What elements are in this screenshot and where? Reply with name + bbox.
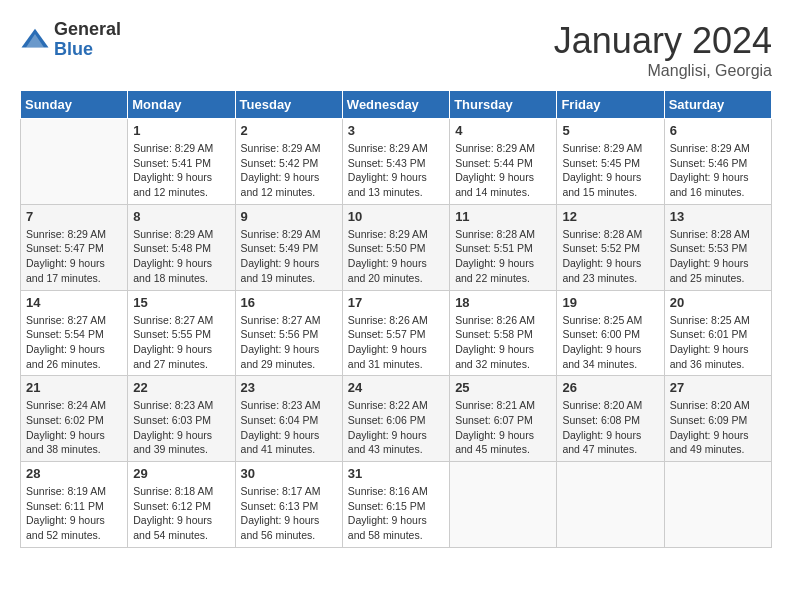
- day-info: Sunrise: 8:17 AMSunset: 6:13 PMDaylight:…: [241, 484, 337, 543]
- day-number: 30: [241, 466, 337, 481]
- logo-blue-text: Blue: [54, 40, 121, 60]
- header-day: Sunday: [21, 91, 128, 119]
- calendar-cell: [664, 462, 771, 548]
- day-number: 5: [562, 123, 658, 138]
- calendar-cell: 3Sunrise: 8:29 AMSunset: 5:43 PMDaylight…: [342, 119, 449, 205]
- day-info: Sunrise: 8:28 AMSunset: 5:52 PMDaylight:…: [562, 227, 658, 286]
- day-number: 6: [670, 123, 766, 138]
- day-number: 23: [241, 380, 337, 395]
- day-number: 24: [348, 380, 444, 395]
- day-number: 12: [562, 209, 658, 224]
- logo-general-text: General: [54, 20, 121, 40]
- day-number: 2: [241, 123, 337, 138]
- day-number: 31: [348, 466, 444, 481]
- header-day: Monday: [128, 91, 235, 119]
- calendar-cell: [557, 462, 664, 548]
- calendar-cell: 29Sunrise: 8:18 AMSunset: 6:12 PMDayligh…: [128, 462, 235, 548]
- day-number: 18: [455, 295, 551, 310]
- day-info: Sunrise: 8:29 AMSunset: 5:47 PMDaylight:…: [26, 227, 122, 286]
- location: Manglisi, Georgia: [554, 62, 772, 80]
- day-info: Sunrise: 8:29 AMSunset: 5:43 PMDaylight:…: [348, 141, 444, 200]
- calendar-week-row: 7Sunrise: 8:29 AMSunset: 5:47 PMDaylight…: [21, 204, 772, 290]
- day-number: 29: [133, 466, 229, 481]
- logo-text: General Blue: [54, 20, 121, 60]
- day-info: Sunrise: 8:29 AMSunset: 5:42 PMDaylight:…: [241, 141, 337, 200]
- day-info: Sunrise: 8:28 AMSunset: 5:51 PMDaylight:…: [455, 227, 551, 286]
- day-info: Sunrise: 8:29 AMSunset: 5:45 PMDaylight:…: [562, 141, 658, 200]
- day-info: Sunrise: 8:29 AMSunset: 5:44 PMDaylight:…: [455, 141, 551, 200]
- day-number: 19: [562, 295, 658, 310]
- calendar-cell: 6Sunrise: 8:29 AMSunset: 5:46 PMDaylight…: [664, 119, 771, 205]
- calendar-cell: 11Sunrise: 8:28 AMSunset: 5:51 PMDayligh…: [450, 204, 557, 290]
- day-number: 11: [455, 209, 551, 224]
- day-info: Sunrise: 8:20 AMSunset: 6:09 PMDaylight:…: [670, 398, 766, 457]
- day-number: 25: [455, 380, 551, 395]
- day-number: 28: [26, 466, 122, 481]
- day-number: 4: [455, 123, 551, 138]
- day-info: Sunrise: 8:29 AMSunset: 5:50 PMDaylight:…: [348, 227, 444, 286]
- header-day: Thursday: [450, 91, 557, 119]
- calendar-cell: 14Sunrise: 8:27 AMSunset: 5:54 PMDayligh…: [21, 290, 128, 376]
- day-info: Sunrise: 8:27 AMSunset: 5:55 PMDaylight:…: [133, 313, 229, 372]
- day-number: 16: [241, 295, 337, 310]
- calendar-week-row: 28Sunrise: 8:19 AMSunset: 6:11 PMDayligh…: [21, 462, 772, 548]
- calendar-week-row: 14Sunrise: 8:27 AMSunset: 5:54 PMDayligh…: [21, 290, 772, 376]
- calendar-cell: 16Sunrise: 8:27 AMSunset: 5:56 PMDayligh…: [235, 290, 342, 376]
- day-number: 22: [133, 380, 229, 395]
- calendar-cell: 4Sunrise: 8:29 AMSunset: 5:44 PMDaylight…: [450, 119, 557, 205]
- calendar-cell: 2Sunrise: 8:29 AMSunset: 5:42 PMDaylight…: [235, 119, 342, 205]
- calendar-cell: 5Sunrise: 8:29 AMSunset: 5:45 PMDaylight…: [557, 119, 664, 205]
- calendar-cell: 1Sunrise: 8:29 AMSunset: 5:41 PMDaylight…: [128, 119, 235, 205]
- day-number: 10: [348, 209, 444, 224]
- day-number: 17: [348, 295, 444, 310]
- day-number: 21: [26, 380, 122, 395]
- day-number: 8: [133, 209, 229, 224]
- day-number: 7: [26, 209, 122, 224]
- day-info: Sunrise: 8:22 AMSunset: 6:06 PMDaylight:…: [348, 398, 444, 457]
- day-number: 9: [241, 209, 337, 224]
- day-number: 1: [133, 123, 229, 138]
- day-info: Sunrise: 8:29 AMSunset: 5:49 PMDaylight:…: [241, 227, 337, 286]
- day-info: Sunrise: 8:23 AMSunset: 6:03 PMDaylight:…: [133, 398, 229, 457]
- day-number: 13: [670, 209, 766, 224]
- calendar-cell: 21Sunrise: 8:24 AMSunset: 6:02 PMDayligh…: [21, 376, 128, 462]
- header-day: Tuesday: [235, 91, 342, 119]
- calendar-week-row: 21Sunrise: 8:24 AMSunset: 6:02 PMDayligh…: [21, 376, 772, 462]
- header-day: Wednesday: [342, 91, 449, 119]
- calendar-cell: 15Sunrise: 8:27 AMSunset: 5:55 PMDayligh…: [128, 290, 235, 376]
- day-info: Sunrise: 8:16 AMSunset: 6:15 PMDaylight:…: [348, 484, 444, 543]
- calendar-cell: 31Sunrise: 8:16 AMSunset: 6:15 PMDayligh…: [342, 462, 449, 548]
- calendar-cell: 24Sunrise: 8:22 AMSunset: 6:06 PMDayligh…: [342, 376, 449, 462]
- header-day: Saturday: [664, 91, 771, 119]
- day-number: 27: [670, 380, 766, 395]
- day-number: 15: [133, 295, 229, 310]
- day-info: Sunrise: 8:28 AMSunset: 5:53 PMDaylight:…: [670, 227, 766, 286]
- calendar-week-row: 1Sunrise: 8:29 AMSunset: 5:41 PMDaylight…: [21, 119, 772, 205]
- day-info: Sunrise: 8:20 AMSunset: 6:08 PMDaylight:…: [562, 398, 658, 457]
- calendar-cell: [21, 119, 128, 205]
- calendar-cell: 30Sunrise: 8:17 AMSunset: 6:13 PMDayligh…: [235, 462, 342, 548]
- logo: General Blue: [20, 20, 121, 60]
- day-number: 26: [562, 380, 658, 395]
- day-info: Sunrise: 8:27 AMSunset: 5:56 PMDaylight:…: [241, 313, 337, 372]
- calendar-cell: 23Sunrise: 8:23 AMSunset: 6:04 PMDayligh…: [235, 376, 342, 462]
- title-block: January 2024 Manglisi, Georgia: [554, 20, 772, 80]
- day-info: Sunrise: 8:23 AMSunset: 6:04 PMDaylight:…: [241, 398, 337, 457]
- day-info: Sunrise: 8:24 AMSunset: 6:02 PMDaylight:…: [26, 398, 122, 457]
- page-header: General Blue January 2024 Manglisi, Geor…: [20, 20, 772, 80]
- calendar-cell: 20Sunrise: 8:25 AMSunset: 6:01 PMDayligh…: [664, 290, 771, 376]
- calendar-cell: 19Sunrise: 8:25 AMSunset: 6:00 PMDayligh…: [557, 290, 664, 376]
- day-info: Sunrise: 8:21 AMSunset: 6:07 PMDaylight:…: [455, 398, 551, 457]
- calendar-cell: 12Sunrise: 8:28 AMSunset: 5:52 PMDayligh…: [557, 204, 664, 290]
- day-info: Sunrise: 8:19 AMSunset: 6:11 PMDaylight:…: [26, 484, 122, 543]
- calendar-cell: 22Sunrise: 8:23 AMSunset: 6:03 PMDayligh…: [128, 376, 235, 462]
- month-title: January 2024: [554, 20, 772, 62]
- calendar-cell: 25Sunrise: 8:21 AMSunset: 6:07 PMDayligh…: [450, 376, 557, 462]
- calendar-header: SundayMondayTuesdayWednesdayThursdayFrid…: [21, 91, 772, 119]
- day-info: Sunrise: 8:29 AMSunset: 5:41 PMDaylight:…: [133, 141, 229, 200]
- day-info: Sunrise: 8:26 AMSunset: 5:57 PMDaylight:…: [348, 313, 444, 372]
- day-info: Sunrise: 8:26 AMSunset: 5:58 PMDaylight:…: [455, 313, 551, 372]
- day-info: Sunrise: 8:29 AMSunset: 5:46 PMDaylight:…: [670, 141, 766, 200]
- calendar-cell: 8Sunrise: 8:29 AMSunset: 5:48 PMDaylight…: [128, 204, 235, 290]
- day-info: Sunrise: 8:25 AMSunset: 6:00 PMDaylight:…: [562, 313, 658, 372]
